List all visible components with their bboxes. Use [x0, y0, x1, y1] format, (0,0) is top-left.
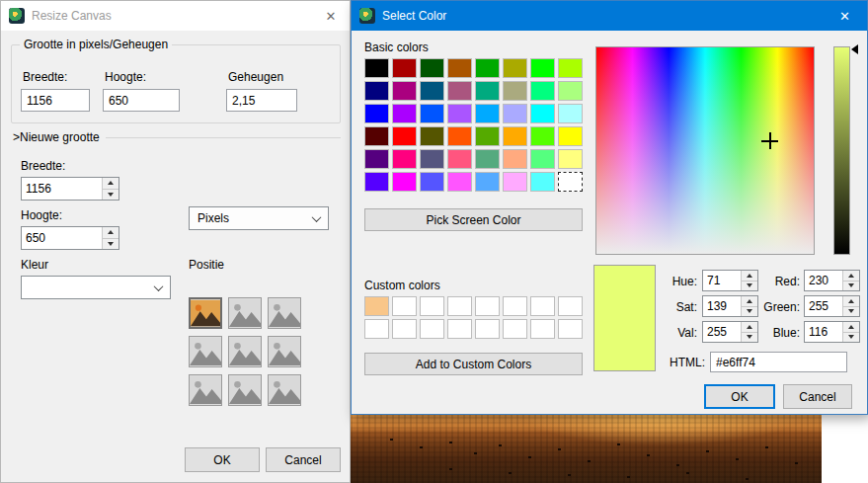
blue-spinbox[interactable] [804, 321, 860, 343]
color-swatch[interactable] [530, 126, 555, 146]
spin-up-button[interactable] [843, 271, 859, 282]
position-tile[interactable] [228, 336, 262, 367]
color-swatch[interactable] [364, 172, 389, 192]
spin-down-button[interactable] [843, 282, 859, 291]
red-input[interactable] [805, 271, 842, 290]
color-swatch[interactable] [392, 81, 417, 101]
color-swatch[interactable] [447, 58, 472, 78]
custom-color-swatch[interactable] [420, 319, 444, 339]
custom-color-swatch[interactable] [558, 319, 583, 339]
custom-color-swatch[interactable] [475, 296, 500, 316]
position-tile[interactable] [228, 297, 262, 329]
new-height-spinbox[interactable] [21, 226, 119, 250]
custom-color-swatch[interactable] [475, 319, 500, 339]
position-tile[interactable] [189, 297, 222, 329]
position-tile[interactable] [268, 374, 301, 406]
color-swatch[interactable] [475, 126, 500, 146]
color-swatch[interactable] [447, 126, 472, 146]
unit-select[interactable]: Pixels [189, 206, 329, 230]
position-tile[interactable] [189, 374, 222, 406]
resize-dialog-titlebar[interactable]: Resize Canvas ✕ [1, 1, 350, 31]
sat-input[interactable] [703, 296, 741, 316]
color-swatch[interactable] [558, 126, 583, 146]
color-swatch[interactable] [420, 172, 444, 192]
color-swatch[interactable] [364, 104, 389, 123]
red-spinbox[interactable] [804, 270, 860, 291]
position-tile[interactable] [228, 374, 262, 406]
color-swatch[interactable] [447, 81, 472, 101]
close-icon[interactable]: ✕ [314, 3, 348, 29]
memory-field[interactable] [226, 89, 297, 112]
color-swatch[interactable] [503, 58, 527, 78]
custom-color-swatch[interactable] [530, 319, 555, 339]
custom-color-swatch[interactable] [392, 319, 417, 339]
color-swatch[interactable] [420, 58, 444, 78]
color-swatch[interactable] [392, 149, 417, 169]
cancel-button[interactable]: Cancel [266, 447, 341, 472]
color-swatch[interactable] [392, 58, 417, 78]
cancel-button[interactable]: Cancel [783, 384, 852, 409]
color-swatch[interactable] [530, 149, 555, 169]
color-swatch[interactable] [503, 172, 527, 192]
custom-color-swatch[interactable] [503, 296, 527, 316]
color-swatch[interactable] [364, 149, 389, 169]
color-select[interactable] [21, 276, 171, 299]
color-swatch[interactable] [364, 81, 389, 101]
position-tile[interactable] [268, 336, 301, 367]
color-swatch[interactable] [503, 126, 527, 146]
color-swatch[interactable] [364, 58, 389, 78]
color-swatch[interactable] [420, 81, 444, 101]
color-swatch[interactable] [475, 172, 500, 192]
color-swatch[interactable] [364, 126, 389, 146]
spin-up-button[interactable] [843, 296, 859, 307]
ok-button[interactable]: OK [704, 384, 775, 409]
spin-down-button[interactable] [843, 307, 859, 317]
custom-color-swatch[interactable] [530, 296, 555, 316]
color-swatch[interactable] [420, 104, 444, 123]
color-swatch[interactable] [558, 172, 583, 192]
spin-up-button[interactable] [103, 178, 118, 190]
value-slider[interactable] [833, 46, 850, 255]
color-swatch[interactable] [420, 149, 444, 169]
spin-down-button[interactable] [843, 333, 859, 343]
new-width-input[interactable] [22, 178, 102, 200]
color-swatch[interactable] [475, 81, 500, 101]
height-field[interactable] [103, 89, 180, 112]
spin-up-button[interactable] [843, 322, 859, 333]
color-swatch[interactable] [447, 172, 472, 192]
custom-color-swatch[interactable] [558, 296, 583, 316]
color-swatch[interactable] [530, 81, 555, 101]
color-swatch[interactable] [420, 126, 444, 146]
spin-down-button[interactable] [103, 190, 118, 201]
color-swatch[interactable] [558, 81, 583, 101]
hue-input[interactable] [703, 271, 741, 290]
hue-saturation-picker[interactable] [595, 46, 815, 255]
custom-color-swatch[interactable] [364, 296, 389, 316]
color-swatch[interactable] [392, 172, 417, 192]
color-swatch[interactable] [447, 149, 472, 169]
color-swatch[interactable] [475, 104, 500, 123]
add-custom-colors-button[interactable]: Add to Custom Colors [364, 353, 583, 375]
color-swatch[interactable] [530, 172, 555, 192]
color-swatch[interactable] [475, 149, 500, 169]
close-icon[interactable]: ✕ [823, 1, 867, 31]
color-swatch[interactable] [558, 58, 583, 78]
color-swatch[interactable] [530, 58, 555, 78]
custom-color-swatch[interactable] [420, 296, 444, 316]
color-swatch[interactable] [558, 149, 583, 169]
color-swatch[interactable] [475, 58, 500, 78]
blue-input[interactable] [805, 322, 842, 342]
val-input[interactable] [703, 322, 741, 342]
new-width-spinbox[interactable] [21, 177, 119, 201]
position-tile[interactable] [189, 336, 222, 367]
new-height-input[interactable] [22, 227, 102, 249]
color-swatch[interactable] [503, 149, 527, 169]
color-swatch[interactable] [503, 104, 527, 123]
color-swatch[interactable] [447, 104, 472, 123]
pick-screen-color-button[interactable]: Pick Screen Color [364, 208, 583, 231]
color-swatch[interactable] [392, 126, 417, 146]
color-swatch[interactable] [530, 104, 555, 123]
color-dialog-titlebar[interactable]: Select Color ✕ [352, 1, 867, 31]
green-input[interactable] [805, 296, 842, 316]
color-swatch[interactable] [503, 81, 527, 101]
